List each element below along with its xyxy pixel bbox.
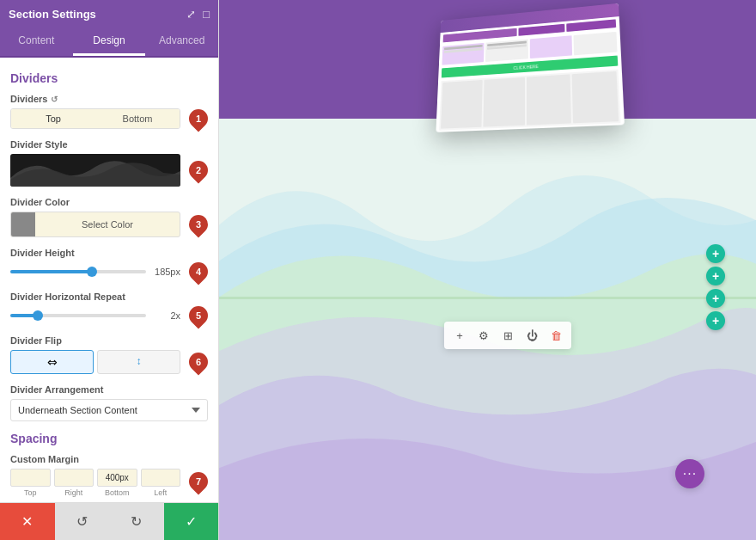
margin-bottom-cell: Bottom bbox=[97, 469, 137, 497]
minimize-icon[interactable]: □ bbox=[203, 8, 210, 21]
margin-left-cell: Left bbox=[141, 469, 181, 497]
add-section-buttons: + + + + bbox=[706, 244, 725, 330]
divider-height-field: Divider Height 185px 4 bbox=[10, 248, 208, 281]
custom-margin-field: Custom Margin Top Right Bottom bbox=[10, 454, 208, 497]
dividers-label: Dividers ↺ bbox=[10, 94, 208, 104]
repeat-value: 2x bbox=[153, 310, 180, 321]
margin-top-input[interactable] bbox=[10, 469, 51, 487]
panel-body: Dividers Dividers ↺ Top Bottom 1 Divider… bbox=[0, 58, 218, 502]
dividers-section-title: Dividers bbox=[10, 71, 208, 85]
add-above-button[interactable]: + bbox=[706, 244, 725, 263]
divider-arrangement-label: Divider Arrangement bbox=[10, 384, 208, 395]
margin-grid: Top Right Bottom Left bbox=[10, 469, 180, 497]
flip-group: ⇔ ↕ bbox=[10, 350, 180, 374]
badge-4: 4 bbox=[185, 258, 211, 285]
add-below-button-2[interactable]: + bbox=[706, 311, 725, 330]
height-value: 185px bbox=[153, 267, 180, 277]
add-element-button[interactable]: + bbox=[449, 325, 470, 346]
divider-style-preview[interactable] bbox=[10, 154, 180, 187]
arrangement-dropdown[interactable]: Underneath Section Content On Top of Sec… bbox=[10, 399, 208, 421]
panel-header-actions: ⤢ □ bbox=[186, 8, 210, 21]
margin-right-input[interactable] bbox=[54, 469, 94, 487]
badge-1: 1 bbox=[185, 105, 211, 132]
badge-5: 5 bbox=[185, 302, 211, 328]
color-swatch bbox=[11, 212, 35, 236]
dividers-reset-icon[interactable]: ↺ bbox=[51, 95, 58, 104]
disable-button[interactable]: ⏻ bbox=[521, 325, 542, 346]
divider-height-label: Divider Height bbox=[10, 248, 208, 258]
tab-content[interactable]: Content bbox=[0, 28, 73, 56]
color-select-label: Select Color bbox=[35, 219, 180, 230]
confirm-button[interactable]: ✓ bbox=[164, 503, 219, 540]
divider-position-toggle: Top Bottom bbox=[10, 108, 180, 129]
color-picker[interactable]: Select Color bbox=[10, 212, 180, 237]
preview-card: CLICK HERE bbox=[436, 3, 625, 132]
custom-margin-label: Custom Margin bbox=[10, 454, 208, 464]
settings-button[interactable]: ⚙ bbox=[473, 325, 494, 346]
canvas-area: CLICK HERE + ⚙ ⊞ ⏻ 🗑 + + + bbox=[219, 0, 756, 540]
badge-6: 6 bbox=[185, 348, 211, 375]
panel-header: Section Settings ⤢ □ bbox=[0, 0, 218, 28]
divider-repeat-field: Divider Horizontal Repeat 2x 5 bbox=[10, 291, 208, 325]
tab-advanced[interactable]: Advanced bbox=[145, 28, 218, 56]
badge-3: 3 bbox=[185, 211, 211, 237]
badge-2: 2 bbox=[185, 156, 211, 183]
more-options-button[interactable]: ··· bbox=[675, 459, 704, 488]
section-divider-line bbox=[219, 297, 756, 299]
tab-design[interactable]: Design bbox=[73, 28, 146, 56]
spacing-section-title: Spacing bbox=[10, 432, 208, 445]
panel-title: Section Settings bbox=[9, 8, 96, 21]
edit-toolbar: + ⚙ ⊞ ⏻ 🗑 bbox=[444, 322, 571, 349]
cancel-button[interactable]: ✕ bbox=[0, 503, 55, 540]
redo-button[interactable]: ↻ bbox=[109, 503, 164, 540]
repeat-slider-thumb[interactable] bbox=[33, 310, 43, 321]
add-middle-button[interactable]: + bbox=[706, 267, 725, 285]
section-settings-panel: Section Settings ⤢ □ Content Design Adva… bbox=[0, 0, 219, 540]
undo-button[interactable]: ↺ bbox=[55, 503, 110, 540]
toggle-bottom[interactable]: Bottom bbox=[95, 109, 180, 128]
divider-repeat-label: Divider Horizontal Repeat bbox=[10, 291, 208, 302]
repeat-slider-track[interactable] bbox=[10, 314, 146, 317]
divider-color-label: Divider Color bbox=[10, 197, 208, 207]
divider-style-field: Divider Style 2 bbox=[10, 139, 208, 187]
divider-arrangement-field: Divider Arrangement Underneath Section C… bbox=[10, 384, 208, 421]
badge-7: 7 bbox=[185, 468, 211, 494]
delete-button[interactable]: 🗑 bbox=[546, 325, 566, 346]
divider-flip-label: Divider Flip bbox=[10, 335, 208, 346]
divider-color-field: Divider Color Select Color 3 bbox=[10, 197, 208, 237]
flip-horizontal-btn[interactable]: ⇔ bbox=[10, 350, 94, 374]
flip-vertical-btn[interactable]: ↕ bbox=[97, 350, 180, 374]
height-slider-track[interactable] bbox=[10, 270, 146, 273]
toggle-top[interactable]: Top bbox=[11, 109, 95, 128]
panel-footer: ✕ ↺ ↻ ✓ 9 bbox=[0, 502, 218, 540]
divider-flip-field: Divider Flip ⇔ ↕ 6 bbox=[10, 335, 208, 374]
margin-top-cell: Top bbox=[10, 469, 51, 497]
panel-tabs: Content Design Advanced bbox=[0, 28, 218, 58]
margin-left-input[interactable] bbox=[141, 469, 181, 487]
duplicate-button[interactable]: ⊞ bbox=[497, 325, 518, 346]
divider-style-label: Divider Style bbox=[10, 139, 208, 150]
expand-icon[interactable]: ⤢ bbox=[186, 8, 196, 21]
add-below-button-1[interactable]: + bbox=[706, 289, 725, 308]
margin-bottom-input[interactable] bbox=[97, 469, 137, 487]
margin-right-cell: Right bbox=[54, 469, 94, 497]
height-slider-thumb[interactable] bbox=[87, 267, 97, 277]
dividers-field: Dividers ↺ Top Bottom 1 bbox=[10, 94, 208, 129]
